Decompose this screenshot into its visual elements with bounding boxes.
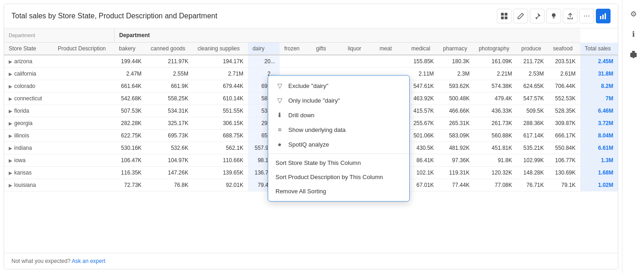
col-frozen[interactable]: frozen	[280, 43, 311, 55]
svg-rect-9	[630, 53, 637, 57]
state-cell: ▶florida	[4, 105, 53, 117]
svg-rect-0	[501, 13, 504, 16]
context-menu: ▽ Exclude "dairy" ▽ Only include "dairy"…	[268, 75, 410, 202]
svg-rect-5	[553, 17, 555, 18]
col-canned-goods[interactable]: canned goods	[146, 43, 193, 55]
col-cleaning-supplies[interactable]: cleaning supplies	[193, 43, 248, 55]
pin-button[interactable]	[530, 9, 545, 23]
product-desc-cell	[53, 167, 115, 179]
total-sales-cell: 2.45M	[580, 55, 618, 68]
col-meat[interactable]: meat	[375, 43, 407, 55]
product-desc-cell	[53, 80, 115, 93]
state-cell: ▶california	[4, 68, 53, 80]
total-sales-cell: 1.68M	[580, 167, 618, 179]
product-desc-cell	[53, 105, 115, 117]
product-desc-cell	[53, 130, 115, 142]
footer: Not what you expected? Ask an expert	[4, 253, 618, 269]
col-bakery[interactable]: bakery	[115, 43, 146, 55]
state-cell: ▶indiana	[4, 142, 53, 154]
total-sales-cell: 6.61M	[580, 142, 618, 154]
robot-sidebar-icon[interactable]	[625, 46, 642, 62]
total-sales-cell: 8.04M	[580, 130, 618, 142]
svg-rect-8	[605, 13, 606, 19]
edit-button[interactable]	[513, 9, 528, 23]
state-cell: ▶iowa	[4, 154, 53, 167]
sort-product-desc-item[interactable]: Sort Product Description by This Column	[268, 170, 409, 184]
right-sidebar: ⚙ ℹ	[622, 0, 644, 273]
header-actions: ⋯	[497, 9, 611, 23]
bulb-button[interactable]	[546, 9, 561, 23]
menu-divider	[268, 153, 409, 154]
state-cell: ▶georgia	[4, 117, 53, 130]
table-row: ▶arizona199.44K211.97K194.17K20...155.85…	[4, 55, 618, 68]
svg-rect-1	[505, 13, 507, 16]
col-total-sales[interactable]: Total sales	[580, 43, 618, 55]
settings-sidebar-icon[interactable]: ⚙	[625, 5, 642, 22]
state-cell: ▶colorado	[4, 80, 53, 93]
footer-text: Not what you expected?	[11, 258, 71, 264]
product-desc-cell	[53, 68, 115, 80]
chart-button[interactable]	[596, 9, 611, 23]
state-cell: ▶louisiana	[4, 179, 53, 191]
state-cell: ▶kansas	[4, 167, 53, 179]
col-medical[interactable]: medical	[407, 43, 438, 55]
col-photography[interactable]: photography	[474, 43, 517, 55]
filter-icon: ▽	[275, 82, 284, 89]
state-cell: ▶illinois	[4, 130, 53, 142]
product-desc-cell	[53, 55, 115, 68]
drill-down-item[interactable]: ⬇ Drill down	[268, 108, 409, 122]
product-desc-cell	[53, 142, 115, 154]
svg-rect-6	[600, 16, 601, 19]
total-sales-cell: 7M	[580, 93, 618, 105]
svg-point-4	[552, 13, 556, 17]
total-sales-cell: 1.3M	[580, 154, 618, 167]
svg-rect-13	[633, 57, 634, 58]
info-sidebar-icon[interactable]: ℹ	[625, 26, 642, 42]
show-underlying-data-item[interactable]: ≡ Show underlying data	[268, 122, 409, 137]
total-sales-cell: 1.02M	[580, 179, 618, 191]
svg-point-12	[634, 55, 635, 56]
include-dairy-item[interactable]: ▽ Only include "dairy"	[268, 93, 409, 108]
total-sales-cell: 8.2M	[580, 80, 618, 93]
svg-rect-3	[505, 16, 507, 19]
product-desc-cell	[53, 117, 115, 130]
exclude-dairy-item[interactable]: ▽ Exclude "dairy"	[268, 78, 409, 93]
col-pharmacy[interactable]: pharmacy	[439, 43, 474, 55]
remove-sorting-item[interactable]: Remove All Sorting	[268, 184, 409, 198]
svg-rect-7	[602, 15, 604, 19]
col-produce[interactable]: produce	[517, 43, 548, 55]
svg-rect-2	[501, 16, 504, 19]
product-desc-cell	[53, 179, 115, 191]
sort-store-state-item[interactable]: Sort Store State by This Column	[268, 156, 409, 170]
header: Total sales by Store State, Product Desc…	[4, 4, 618, 28]
ask-expert-link[interactable]: Ask an expert	[72, 258, 105, 264]
state-cell: ▶arizona	[4, 55, 53, 68]
layers-icon: ≡	[275, 126, 284, 133]
more-button[interactable]: ⋯	[579, 9, 594, 23]
drill-icon: ⬇	[275, 111, 284, 119]
product-desc-cell	[53, 154, 115, 167]
spotiq-analyze-item[interactable]: ● SpotIQ analyze	[268, 137, 409, 152]
dept-group-header: Department	[115, 28, 580, 43]
spotiq-icon: ●	[275, 141, 284, 148]
svg-rect-10	[632, 51, 635, 53]
filter-include-icon: ▽	[275, 97, 284, 104]
share-button[interactable]	[563, 9, 578, 23]
grid-view-button[interactable]	[497, 9, 512, 23]
store-state-header[interactable]: Store State	[4, 43, 53, 55]
col-dairy[interactable]: dairy	[248, 43, 280, 55]
total-sales-cell: 31.8M	[580, 68, 618, 80]
product-desc-cell	[53, 93, 115, 105]
product-desc-header[interactable]: Product Description	[53, 43, 115, 55]
svg-point-11	[631, 55, 633, 56]
row-headers-label: Department	[4, 28, 115, 43]
col-liquor[interactable]: liquor	[343, 43, 375, 55]
col-gifts[interactable]: gifts	[311, 43, 343, 55]
total-sales-cell: 6.46M	[580, 105, 618, 117]
total-sales-cell: 3.72M	[580, 117, 618, 130]
state-cell: ▶connecticut	[4, 93, 53, 105]
page-title: Total sales by Store State, Product Desc…	[11, 12, 217, 20]
col-seafood[interactable]: seafood	[549, 43, 580, 55]
